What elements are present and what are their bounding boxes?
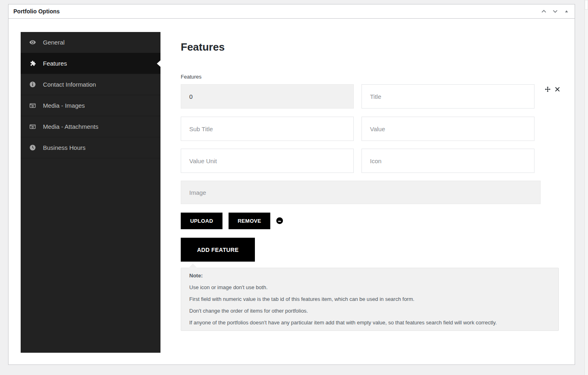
scrollbar-thumb[interactable] xyxy=(585,0,588,10)
page-title: Features xyxy=(181,41,225,53)
move-up-icon[interactable] xyxy=(539,6,549,16)
eye-icon xyxy=(29,39,36,46)
page-scrollbar[interactable] xyxy=(584,0,588,375)
remove-row-icon[interactable] xyxy=(554,86,561,93)
toggle-panel-icon[interactable] xyxy=(562,6,571,16)
sidebar-item-label: Features xyxy=(43,60,67,67)
info-circle-icon xyxy=(29,81,36,88)
feature-value-input[interactable] xyxy=(361,117,535,141)
note-box: Note: Use icon or image don't use both. … xyxy=(181,268,559,331)
note-title: Note: xyxy=(189,273,550,279)
feature-icon-input[interactable] xyxy=(361,149,535,173)
sidebar-item-general[interactable]: General xyxy=(21,32,160,53)
features-group-label: Features xyxy=(181,74,201,80)
clock-icon xyxy=(29,144,36,151)
remove-button[interactable]: REMOVE xyxy=(229,213,270,229)
active-tab-caret xyxy=(157,60,160,67)
sidebar-item-media-images[interactable]: Media - Images xyxy=(21,95,160,116)
add-feature-button[interactable]: ADD FEATURE xyxy=(181,238,255,262)
sidebar-item-business-hours[interactable]: Business Hours xyxy=(21,137,160,158)
sidebar-item-label: Media - Attachments xyxy=(43,123,98,130)
portfolio-options-metabox: Portfolio Options General xyxy=(8,4,575,365)
metabox-controls xyxy=(539,6,571,16)
feature-title-input[interactable] xyxy=(361,84,535,109)
sidebar-item-label: Contact Information xyxy=(43,81,96,88)
sidebar-item-label: General xyxy=(43,39,64,46)
note-line: First field with numeric value is the ta… xyxy=(189,296,550,302)
feature-index-field xyxy=(181,84,354,109)
sidebar-item-contact-information[interactable]: Contact Information xyxy=(21,74,160,95)
drag-move-icon[interactable] xyxy=(544,86,551,93)
metabox-header: Portfolio Options xyxy=(9,4,575,19)
camera-icon xyxy=(29,102,36,109)
note-line: Don't change the order of items for othe… xyxy=(189,308,550,314)
upload-button[interactable]: UPLOAD xyxy=(181,213,222,229)
no-image-icon xyxy=(276,217,283,224)
move-down-icon[interactable] xyxy=(550,6,560,16)
feature-image-field[interactable] xyxy=(181,181,541,204)
note-line: Use icon or image don't use both. xyxy=(189,285,550,290)
feature-value-unit-input[interactable] xyxy=(181,149,354,173)
metabox-title: Portfolio Options xyxy=(13,8,60,15)
feature-row-tools xyxy=(544,86,561,93)
sidebar-item-media-attachments[interactable]: Media - Attachments xyxy=(21,116,160,137)
note-line: If anyone of the portfolios doesn't have… xyxy=(189,320,550,326)
sidebar-item-label: Business Hours xyxy=(43,144,86,151)
camera-icon xyxy=(29,123,36,130)
sidebar-item-label: Media - Images xyxy=(43,102,85,109)
puzzle-icon xyxy=(29,60,36,67)
feature-subtitle-input[interactable] xyxy=(181,117,354,141)
page: Portfolio Options General xyxy=(0,0,588,375)
options-tab-sidebar: General Features Contact Information xyxy=(21,32,160,353)
sidebar-item-features[interactable]: Features xyxy=(21,53,160,74)
